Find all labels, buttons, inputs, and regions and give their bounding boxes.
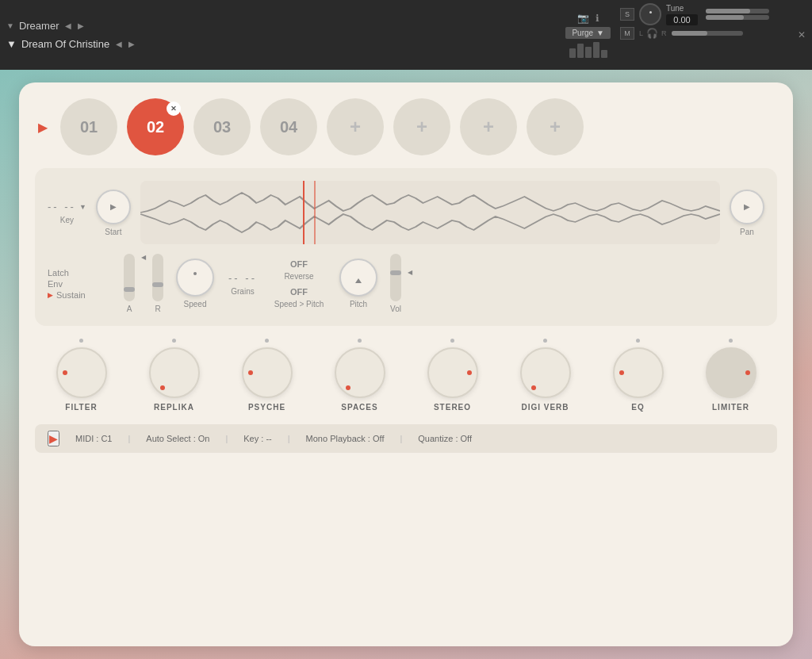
ar-group: A ◀ R <box>124 254 163 313</box>
close-button[interactable]: ✕ <box>791 0 812 70</box>
main-play-button[interactable]: ▶ <box>35 117 51 138</box>
latch-group: Latch Env ▶ Sustain <box>48 268 111 300</box>
fx-filter-indicator <box>63 370 67 375</box>
slot-add-4-button[interactable]: + <box>527 98 584 155</box>
fx-eq-knob[interactable] <box>613 347 664 398</box>
fx-eq-label: EQ <box>631 403 644 412</box>
instrument-next-btn[interactable]: ▶ <box>76 21 86 30</box>
slot-add-2-button[interactable]: + <box>393 98 450 155</box>
slot-add-1-button[interactable]: + <box>327 98 384 155</box>
fx-spaces-dot <box>358 339 362 343</box>
release-vslider[interactable] <box>152 254 163 301</box>
start-control: ▶ Start <box>96 190 131 236</box>
fx-filter-knob[interactable] <box>56 347 107 398</box>
release-slider[interactable]: R <box>152 254 163 313</box>
key-dropdown-icon: ▼ <box>79 203 86 211</box>
speed-control: Speed <box>176 259 214 308</box>
meter-bar-5 <box>601 50 607 58</box>
fx-digiverb-group: DIGI VERB <box>502 339 588 412</box>
playhead-secondary <box>314 181 316 244</box>
m-button[interactable]: M <box>620 27 634 40</box>
speed-pitch-group: OFF Reverse OFF Speed > Pitch <box>271 259 327 308</box>
pan-slider[interactable] <box>672 31 743 36</box>
waveform-display[interactable] <box>140 181 720 244</box>
info-icon[interactable]: ℹ <box>596 13 599 24</box>
speed-knob[interactable] <box>176 259 214 297</box>
slot-04-button[interactable]: 04 <box>260 98 317 155</box>
level-meters <box>569 42 607 58</box>
vol-thumb <box>390 270 401 275</box>
fx-spaces-knob[interactable] <box>335 347 385 398</box>
meter-bar-3 <box>585 47 592 58</box>
attack-label: A <box>127 305 132 313</box>
latch-label: Latch <box>48 268 111 278</box>
fx-eq-group: EQ <box>595 339 681 412</box>
fx-psyche-group: PSYCHE <box>224 339 310 412</box>
fx-digiverb-dot <box>543 339 547 343</box>
tune-knob[interactable] <box>639 3 661 25</box>
start-knob[interactable]: ▶ <box>96 190 131 224</box>
attack-vslider[interactable] <box>124 254 135 301</box>
fx-eq-dot <box>636 339 640 343</box>
fx-replika-knob[interactable] <box>149 347 200 398</box>
fx-spaces-indicator <box>346 385 350 390</box>
main-content: ▶ 01 02 ✕ 03 04 + + + + -- -- ▼ <box>0 70 812 659</box>
slot-03-button[interactable]: 03 <box>193 98 251 155</box>
instrument-arrow-icon: ▼ <box>6 21 14 30</box>
top-icons-row: 📷 ℹ <box>577 13 599 24</box>
slot-02-button[interactable]: 02 ✕ <box>127 98 184 155</box>
preset-arrow-icon: ▼ <box>6 38 17 50</box>
tune-label: Tune <box>666 4 698 13</box>
fx-stereo-knob[interactable] <box>427 347 478 398</box>
l-label: L <box>639 29 643 37</box>
purge-button[interactable]: Purge ▼ <box>565 27 611 39</box>
instrument-row: ▼ Dreamer ◀ ▶ <box>6 17 553 35</box>
playhead-primary <box>303 181 304 244</box>
fx-spaces-group: SPACES <box>316 339 403 412</box>
fx-filter-dot <box>79 339 83 343</box>
env-label: Env <box>48 279 111 289</box>
top-bar-left: ▼ Dreamer ◀ ▶ ▼ Dream Of Christine ◀ ▶ <box>0 0 559 70</box>
meter-bar-1 <box>569 48 576 58</box>
fx-eq-indicator <box>619 370 624 375</box>
pitch-knob[interactable] <box>339 259 377 297</box>
meter-bar-4 <box>593 42 599 58</box>
slot-01-button[interactable]: 01 <box>60 98 117 155</box>
s-button[interactable]: S <box>620 8 634 21</box>
vol-vslider[interactable]: ◀ <box>390 254 401 301</box>
mono-playback-status: Mono Playback : Off <box>306 434 385 443</box>
pitch-label: Pitch <box>350 300 367 308</box>
sampler-top-controls: -- -- ▼ Key ▶ Start <box>48 181 764 244</box>
key-label: Key <box>60 216 74 224</box>
pan-label: Pan <box>740 228 754 236</box>
instrument-prev-btn[interactable]: ◀ <box>63 21 73 30</box>
pan-knob[interactable]: ▶ <box>730 190 764 224</box>
fx-stereo-indicator <box>467 370 472 375</box>
slot-02-close-icon[interactable]: ✕ <box>167 102 181 116</box>
fx-limiter-knob[interactable] <box>706 347 756 398</box>
fx-digiverb-knob[interactable] <box>520 347 571 398</box>
grains-display: -- -- <box>227 272 259 284</box>
release-thumb <box>152 282 163 287</box>
level-slider-top[interactable] <box>706 9 769 13</box>
headphone-icon[interactable]: 🎧 <box>646 28 658 39</box>
fx-row: FILTER REPLIKA PSYCHE <box>35 339 777 412</box>
speed-pitch-label: Speed > Pitch <box>274 300 324 308</box>
vol-control: ◀ Vol <box>390 254 401 313</box>
fx-psyche-knob[interactable] <box>242 347 293 398</box>
speed-knob-dot <box>193 272 197 275</box>
fx-psyche-label: PSYCHE <box>248 403 285 412</box>
camera-icon[interactable]: 📷 <box>577 13 589 24</box>
status-play-button[interactable]: ▶ <box>48 431 59 446</box>
level-slider-bottom[interactable] <box>706 15 769 20</box>
attack-slider[interactable]: A <box>124 254 135 313</box>
preset-prev-btn[interactable]: ◀ <box>114 40 124 48</box>
sampler-area: -- -- ▼ Key ▶ Start <box>35 168 777 326</box>
preset-name-label: Dream Of Christine <box>21 38 109 50</box>
preset-next-btn[interactable]: ▶ <box>127 40 136 48</box>
top-bar: ▼ Dreamer ◀ ▶ ▼ Dream Of Christine ◀ ▶ 📷… <box>0 0 812 70</box>
sustain-play-icon: ▶ <box>48 291 53 299</box>
midi-status: MIDI : C1 <box>75 434 112 443</box>
grains-control: -- -- Grains <box>227 272 259 296</box>
slot-add-3-button[interactable]: + <box>460 98 517 155</box>
